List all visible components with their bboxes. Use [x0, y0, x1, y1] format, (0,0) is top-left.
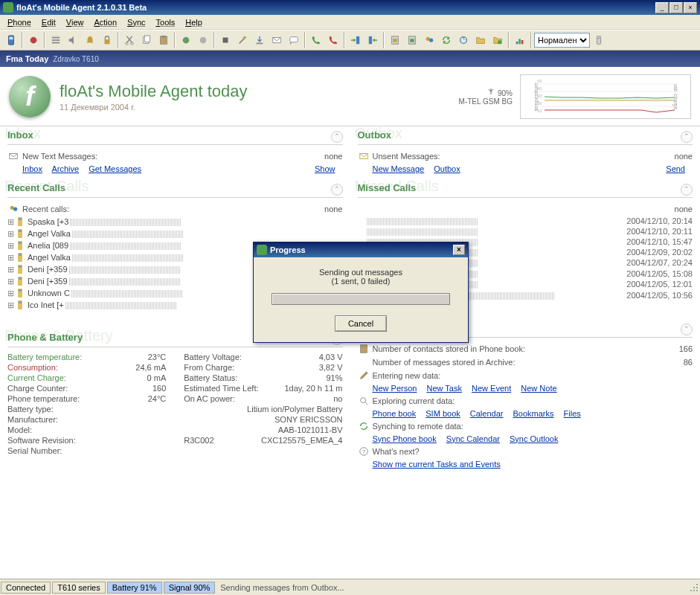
tool-folder-icon[interactable] — [472, 32, 489, 48]
tool-folder2-icon[interactable] — [489, 32, 506, 48]
tool-wand-icon[interactable] — [234, 32, 251, 48]
resize-grip-icon[interactable] — [688, 582, 700, 594]
tool-lock-icon[interactable] — [99, 32, 115, 48]
tool-cut-icon[interactable] — [121, 32, 138, 48]
view-mode-select[interactable]: Нормален — [534, 33, 590, 48]
link-outbox[interactable]: Outbox — [434, 164, 460, 173]
tool-bell-icon[interactable] — [82, 32, 98, 48]
menu-phone[interactable]: Phone — [3, 16, 36, 28]
close-button[interactable]: × — [684, 2, 697, 13]
link-bookmarks[interactable]: Bookmarks — [513, 409, 554, 418]
missed-call-item[interactable]: 2004/12/10, 20:11 — [358, 226, 693, 237]
link-new-event[interactable]: New Event — [472, 384, 511, 393]
section-subtitle: Zdravko T610 — [53, 55, 99, 63]
svg-rect-54 — [19, 266, 22, 268]
svg-rect-28 — [516, 42, 518, 45]
expand-icon[interactable]: ⊞ — [7, 300, 15, 310]
logo-icon: f — [9, 76, 51, 118]
expand-icon[interactable]: ⊞ — [7, 217, 15, 227]
collapse-button[interactable]: ⌃ — [681, 184, 693, 196]
tool-new-message-icon[interactable] — [269, 32, 285, 48]
link-sync-calendar[interactable]: Sync Calendar — [446, 434, 500, 443]
tool-contacts-icon[interactable] — [421, 32, 437, 48]
link-new-task[interactable]: New Task — [426, 384, 461, 393]
status-message: Sending messages from Outbox... — [216, 583, 688, 592]
tool-sim2-icon[interactable] — [404, 32, 420, 48]
menu-action[interactable]: Action — [89, 16, 121, 28]
section-header: Fma Today Zdravko T610 — [0, 51, 700, 67]
call-item[interactable]: ⊞Spaska [+3 — [7, 216, 343, 228]
link-calendar[interactable]: Calendar — [470, 409, 504, 418]
menu-help[interactable]: Help — [181, 16, 207, 28]
phone-battery-panel: Phone & Battery Phone & Battery ⌃ Batter… — [7, 332, 343, 456]
outbox-panel: Outbox Outbox ⌃ Unsent Messages: none Ne… — [358, 129, 693, 175]
collapse-button[interactable]: ⌃ — [331, 131, 343, 143]
tool-graph-icon[interactable] — [512, 32, 528, 48]
expand-icon[interactable]: ⊞ — [7, 241, 15, 251]
svg-point-71 — [693, 587, 695, 588]
link-sim-book[interactable]: SIM book — [426, 409, 460, 418]
link-sync-outlook[interactable]: Sync Outlook — [510, 434, 558, 443]
link-new-message[interactable]: New Message — [373, 164, 425, 173]
svg-rect-1 — [9, 37, 13, 40]
call-item[interactable]: ⊞Angel Valka — [7, 228, 343, 239]
tool-phone-icon[interactable] — [3, 32, 19, 48]
restore-button[interactable]: □ — [670, 2, 683, 13]
link-show-tasks[interactable]: Show me current Tasks and Events — [373, 460, 501, 469]
svg-rect-63 — [360, 344, 367, 353]
tool-recv-phone-icon[interactable] — [365, 32, 381, 48]
tool-stop-icon[interactable] — [217, 32, 234, 48]
link-phone-book[interactable]: Phone book — [373, 409, 417, 418]
link-get-messages[interactable]: Get Messages — [89, 164, 141, 173]
expand-icon[interactable]: ⊞ — [7, 229, 15, 239]
link-new-note[interactable]: New Note — [521, 384, 556, 393]
inbox-title: Inbox — [7, 129, 331, 141]
expand-icon[interactable]: ⊞ — [7, 253, 15, 263]
collapse-button[interactable]: ⌃ — [681, 324, 693, 335]
tool-green-dot-icon[interactable] — [178, 32, 194, 48]
expand-icon[interactable]: ⊞ — [7, 289, 15, 298]
link-files[interactable]: Files — [564, 409, 581, 418]
tool-copy-icon[interactable] — [138, 32, 155, 48]
tool-call-red-icon[interactable] — [325, 32, 341, 48]
dialog-close-button[interactable]: × — [453, 245, 465, 255]
tool-chat-icon[interactable] — [286, 32, 302, 48]
tool-gray-dot-icon[interactable] — [195, 32, 211, 48]
svg-point-67 — [696, 590, 698, 591]
tool-call-green-icon[interactable] — [308, 32, 324, 48]
collapse-button[interactable]: ⌃ — [331, 184, 343, 196]
call-out-icon — [15, 300, 25, 310]
tool-record-icon[interactable] — [25, 32, 42, 48]
pb-row: Manufacturer: — [7, 414, 166, 425]
call-out-icon — [15, 264, 25, 274]
missed-call-item[interactable]: 2004/12/10, 20:14 — [358, 216, 693, 226]
link-sync-phonebook[interactable]: Sync Phone book — [373, 434, 437, 443]
menu-tools[interactable]: Tools — [152, 16, 180, 28]
expand-icon[interactable]: ⊞ — [7, 277, 15, 286]
tool-remote-icon[interactable] — [591, 32, 607, 48]
menu-view[interactable]: View — [62, 16, 89, 28]
toolbar: Нормален — [0, 30, 700, 51]
cancel-button[interactable]: Cancel — [335, 315, 387, 332]
tool-paste-icon[interactable] — [155, 32, 172, 48]
tool-download-icon[interactable] — [251, 32, 268, 48]
expand-icon[interactable]: ⊞ — [7, 265, 15, 274]
link-archive[interactable]: Archive — [51, 164, 79, 173]
collapse-button[interactable]: ⌃ — [681, 131, 693, 143]
svg-point-14 — [200, 37, 207, 44]
link-send[interactable]: Send — [666, 164, 685, 173]
tool-speaker-icon[interactable] — [65, 32, 81, 48]
link-inbox[interactable]: Inbox — [22, 164, 42, 173]
tool-sim-icon[interactable] — [387, 32, 403, 48]
dialog-titlebar[interactable]: Progress × — [254, 242, 468, 257]
tool-refresh-icon[interactable] — [455, 32, 472, 48]
menu-edit[interactable]: Edit — [37, 16, 60, 28]
status-device: T610 series — [52, 582, 105, 594]
link-show[interactable]: Show — [315, 164, 335, 173]
tool-sync-icon[interactable] — [438, 32, 455, 48]
tool-send-phone-icon[interactable] — [347, 32, 364, 48]
minimize-button[interactable]: _ — [655, 2, 669, 13]
menu-sync[interactable]: Sync — [123, 16, 150, 28]
tool-list-icon[interactable] — [48, 32, 64, 48]
link-new-person[interactable]: New Person — [373, 384, 417, 393]
